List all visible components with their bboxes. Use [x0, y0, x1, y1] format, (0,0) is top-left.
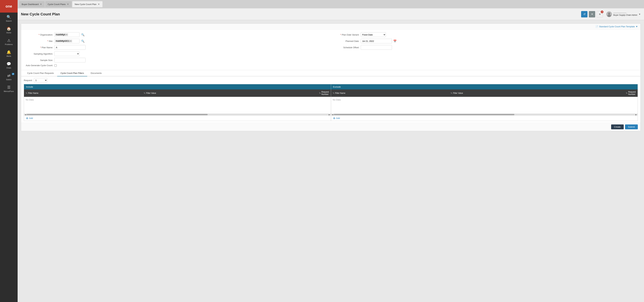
tab-requests[interactable]: Cycle Count Plan Requests: [24, 70, 57, 76]
close-tab-buyer-dashboard[interactable]: ✕: [40, 3, 42, 5]
page-title: New Cycle Count Plan: [21, 12, 581, 16]
planned-date-input[interactable]: [361, 39, 392, 43]
menus-icon: ☰: [7, 85, 10, 90]
include-scroll-right[interactable]: ▶: [328, 114, 330, 116]
exclude-grid-columns: ✎ Filter Name ✎ Filter Value ✎ Request N…: [331, 89, 638, 97]
site-tag: Hub6MfgADC1 ✕: [55, 40, 72, 42]
exclude-scrollbar-thumb[interactable]: [334, 114, 514, 115]
template-dropdown-arrow[interactable]: ▼: [636, 25, 638, 28]
edit-icon-filter-value: ✎: [144, 92, 145, 94]
close-button[interactable]: ✕: [589, 11, 595, 17]
menu-button[interactable]: ≡ ★: [596, 11, 603, 17]
sidebar-item-alerts[interactable]: 🔔 Alerts: [0, 48, 18, 59]
sidebar-item-chats[interactable]: 💬 Chats: [0, 59, 18, 71]
form-row-auto-generate: Auto Generate Cycle Count:: [24, 64, 331, 67]
sidebar-item-label-switch: Switch: [6, 79, 12, 81]
include-add-label: Add: [29, 117, 33, 119]
template-link-label: Standard Cycle Count Plan Template: [599, 25, 635, 28]
plan-name-input[interactable]: [54, 45, 86, 50]
template-bar: 📄 Standard Cycle Count Plan Template ▼: [21, 24, 640, 30]
template-link[interactable]: 📄 Standard Cycle Count Plan Template ▼: [596, 25, 638, 28]
header-actions: ↺ ✕ ≡ ★ •••••••••••••••••••••• Buyer Sup…: [581, 11, 641, 17]
exclude-scroll-right[interactable]: ▶: [635, 114, 637, 116]
site-tag-remove[interactable]: ✕: [70, 40, 72, 42]
schedule-offset-input[interactable]: [361, 45, 392, 50]
form-row-planned-date: Planned Date: 📅: [331, 39, 637, 43]
exclude-add-row[interactable]: ⊕ Add: [331, 116, 638, 121]
tab-new-cycle-count-plan[interactable]: New Cycle Count Plan ✕: [72, 1, 102, 7]
tab-cycle-count-plans[interactable]: Cycle Count Plans ✕: [45, 1, 72, 7]
home-icon: 🏠: [6, 27, 11, 31]
organization-tag-remove[interactable]: ✕: [66, 34, 68, 36]
tab-documents[interactable]: Documents: [87, 70, 105, 76]
document-icon: 📄: [596, 25, 598, 28]
sidebar-item-problems[interactable]: ⚠ Problems: [0, 36, 18, 48]
include-scrollbar-thumb[interactable]: [27, 114, 208, 115]
sampling-algorithm-select[interactable]: [54, 51, 80, 56]
create-button[interactable]: Create: [611, 125, 624, 129]
site-label: * Site:: [24, 40, 53, 42]
site-search-button[interactable]: 🔍: [81, 39, 85, 43]
content-panel: 📄 Standard Cycle Count Plan Template ▼ *…: [21, 23, 641, 131]
auto-generate-checkbox[interactable]: [54, 64, 57, 67]
form-row-site: * Site: Hub6MfgADC1 ✕ 🔍: [24, 39, 331, 43]
form-row-plan-name: * Plan Name:: [24, 45, 331, 50]
sidebar-item-switch[interactable]: ⇄ Switch ⇄: [0, 71, 18, 83]
close-tab-new-cycle-count-plan[interactable]: ✕: [98, 3, 100, 5]
user-name: ••••••••••••••••••••••: [613, 12, 637, 14]
refresh-button[interactable]: ↺: [581, 11, 588, 17]
organization-search-button[interactable]: 🔍: [81, 33, 85, 36]
exclude-no-data: No Data: [333, 99, 341, 101]
sidebar-item-label-alerts: Alerts: [6, 55, 11, 57]
user-section: •••••••••••••••••••••• Buyer Supply Chai…: [606, 11, 641, 17]
close-tab-cycle-count-plans[interactable]: ✕: [66, 3, 69, 5]
page-body: 📄 Standard Cycle Count Plan Template ▼ *…: [18, 20, 644, 302]
exclude-grid: Exclude ✎ Filter Name ✎ Filter Value: [331, 84, 638, 121]
tab-buyer-dashboard[interactable]: Buyer Dashboard ✕: [19, 1, 44, 7]
notification-badge: ★: [601, 10, 604, 13]
form-right: * Plan Date Variant: Fixed Date Planned …: [331, 32, 637, 67]
sampling-algorithm-label: Sampling Algorithm:: [24, 53, 53, 55]
exclude-scroll-left[interactable]: ◀: [332, 114, 334, 116]
plan-date-variant-label: * Plan Date Variant:: [331, 33, 360, 36]
include-scrollbar-track[interactable]: [27, 114, 328, 115]
exclude-col-request-number: ✎ Request Number: [624, 89, 638, 97]
include-scrollbar[interactable]: ◀ ▶: [24, 114, 331, 116]
site-input[interactable]: Hub6MfgADC1 ✕: [54, 39, 80, 43]
exclude-scrollbar[interactable]: ◀ ▶: [331, 114, 638, 116]
tab-label-new-cycle-count-plan: New Cycle Count Plan: [75, 3, 96, 5]
switch-badge: ⇄: [12, 73, 14, 75]
include-grid-header: Include: [24, 84, 331, 89]
request-select[interactable]: 1: [34, 78, 47, 82]
include-col-filter-name: ✎ Filter Name: [24, 89, 142, 97]
tab-filters[interactable]: Cycle Count Plan Filters: [57, 70, 87, 76]
schedule-offset-label: Schedule Offset:: [331, 46, 360, 49]
submit-button[interactable]: Submit: [625, 125, 638, 129]
form-row-plan-date-variant: * Plan Date Variant: Fixed Date: [331, 32, 637, 37]
include-col-request-number: ✎ Request Number: [318, 89, 331, 97]
planned-date-label: Planned Date:: [331, 40, 360, 42]
include-add-row[interactable]: ⊕ Add: [24, 116, 331, 121]
edit-icon-filter-name: ✎: [26, 92, 27, 94]
svg-point-1: [608, 12, 610, 14]
sidebar-item-search[interactable]: 🔍 Search: [0, 12, 18, 24]
tabs-section: Cycle Count Plan Requests Cycle Count Pl…: [21, 70, 640, 123]
plan-name-label: * Plan Name:: [24, 46, 53, 49]
include-scroll-left[interactable]: ◀: [24, 114, 27, 116]
content-footer: Create Submit: [21, 123, 640, 131]
filter-section: Request: 1 Include ✎: [21, 76, 640, 123]
sidebar-item-home[interactable]: 🏠 Home: [0, 24, 18, 36]
sidebar-item-menus[interactable]: ☰ Menus/Favs: [0, 83, 18, 95]
organization-input[interactable]: Hub6MfgA ✕: [54, 32, 80, 37]
user-dropdown-arrow[interactable]: ▼: [639, 13, 641, 15]
calendar-icon[interactable]: 📅: [393, 39, 397, 43]
search-icon: 🔍: [6, 15, 11, 19]
request-label: Request:: [24, 79, 32, 82]
include-grid-columns: ✎ Filter Name ✎ Filter Value ✎ Request N…: [24, 89, 331, 97]
plan-date-variant-select[interactable]: Fixed Date: [361, 32, 386, 37]
sample-size-input[interactable]: [54, 58, 86, 62]
exclude-scrollbar-track[interactable]: [334, 114, 635, 115]
app-logo[interactable]: one: [0, 0, 18, 12]
sample-size-label: Sample Size:: [24, 59, 53, 61]
edit-icon-ex-request-num: ✎: [626, 92, 628, 94]
